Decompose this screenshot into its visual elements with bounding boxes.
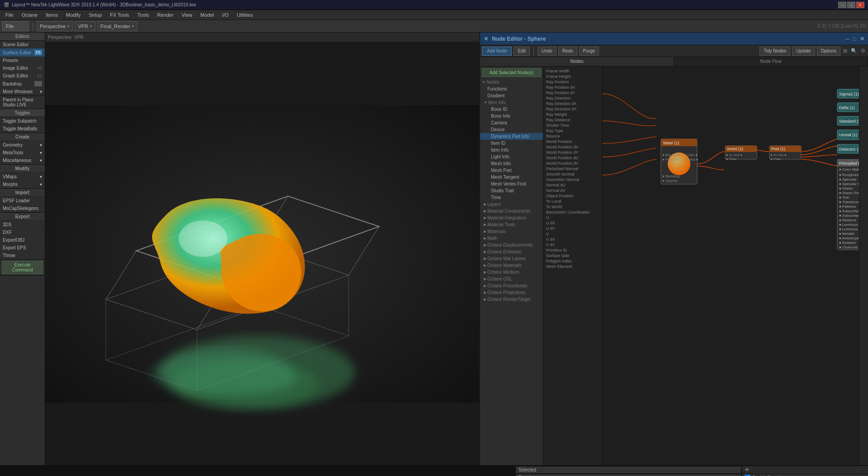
export-eps-item[interactable]: Export EPS — [0, 244, 45, 252]
more-windows-item[interactable]: More Windows▾ — [0, 88, 45, 95]
viewport-canvas[interactable] — [45, 43, 479, 465]
mocap-item[interactable]: MoCapSkelegons — [0, 205, 45, 212]
octane-projections-category[interactable]: Octane Projections — [480, 289, 543, 296]
graph-editor-item[interactable]: Graph EditorF2 — [0, 72, 45, 80]
octane-mat-layers-category[interactable]: Octane Mat Layers — [480, 255, 543, 262]
node-canvas[interactable]: Frame Width Frame Height Ray Position Ra… — [543, 67, 859, 465]
materials-category[interactable]: Materials — [480, 228, 543, 235]
item-info-item[interactable]: Item Info — [480, 147, 543, 153]
menu-utilities[interactable]: Utilities — [233, 11, 256, 19]
menu-view[interactable]: View — [178, 11, 196, 19]
dxf-item[interactable]: DXF — [0, 228, 45, 236]
execute-command-btn[interactable]: Execute Command — [2, 261, 43, 274]
throw-item[interactable]: Throw — [0, 252, 45, 259]
dynamics-part-info-item[interactable]: Dynamics Part Info — [480, 133, 543, 140]
backdrop-item[interactable]: BackdropF3 — [0, 80, 45, 88]
ne-close-btn[interactable]: ✕ — [860, 36, 864, 42]
menu-io[interactable]: I/O — [218, 11, 232, 19]
3ds-item[interactable]: 3DS — [0, 221, 45, 228]
octane-emission-category[interactable]: Octane Emission — [480, 248, 543, 255]
options-btn[interactable]: Options — [817, 47, 840, 56]
ne-icon-2[interactable]: 🔍 — [850, 47, 858, 55]
edit-btn[interactable]: Edit — [514, 47, 529, 56]
menu-file[interactable]: File — [2, 11, 17, 19]
light-info-item[interactable]: Light Info — [480, 153, 543, 160]
octane-osl-category[interactable]: Octane OSL — [480, 276, 543, 282]
menu-octane[interactable]: Octane — [18, 11, 41, 19]
add-node-btn[interactable]: Add Node — [482, 47, 512, 56]
minimize-button[interactable]: ─ — [838, 2, 846, 8]
menu-model[interactable]: Model — [197, 11, 217, 19]
parent-in-place-item[interactable]: Parent in Place Studio LIVE — [0, 96, 45, 109]
material-integrators-category[interactable]: Material Integrators — [480, 214, 543, 221]
menu-modify[interactable]: Modify — [62, 11, 84, 19]
add-selected-node-btn[interactable]: Add Selected Node(s) — [482, 68, 541, 77]
scene-editor-item[interactable]: Scene Editor — [0, 41, 45, 48]
undo-btn[interactable]: Undo — [538, 47, 557, 56]
ne-icon-3[interactable]: ⚙ — [860, 47, 866, 55]
ne-max-btn[interactable]: □ — [853, 36, 856, 42]
camera-item[interactable]: Camera — [480, 119, 543, 126]
menu-setup[interactable]: Setup — [85, 11, 106, 19]
final-render-dropdown[interactable]: Final_Render — [97, 21, 137, 31]
octane-render-target-category[interactable]: Octane RenderTarget — [480, 296, 543, 303]
ne-min-btn[interactable]: ─ — [845, 36, 849, 42]
viewport[interactable]: Perspective VPR — [45, 33, 479, 465]
octane-medium-category[interactable]: Octane Medium — [480, 269, 543, 276]
bottom-viewport[interactable] — [0, 466, 515, 476]
update-btn[interactable]: Update — [792, 47, 815, 56]
mesh-tangent-item[interactable]: Mesh Tangent — [480, 174, 543, 181]
math-category[interactable]: Math — [480, 235, 543, 242]
mesh-info-item[interactable]: Mesh Info — [480, 160, 543, 167]
maximize-button[interactable]: □ — [847, 2, 855, 8]
metatools-item[interactable]: MetaTools▾ — [0, 149, 45, 157]
geometry-item[interactable]: Geometry▾ — [0, 141, 45, 149]
gradient-item[interactable]: Gradient — [480, 92, 543, 99]
tab-node-flow[interactable]: Node Flow — [674, 57, 868, 66]
material-components-category[interactable]: Material Components — [480, 208, 543, 214]
epsf-loader-item[interactable]: EPSF Loader — [0, 197, 45, 205]
svg-text:Dielectric (1): Dielectric (1) — [839, 147, 859, 152]
export-obj-item[interactable]: ExportOBJ — [0, 236, 45, 244]
redo-btn[interactable]: Redo — [558, 47, 577, 56]
save-button[interactable]: File — [2, 21, 29, 31]
close-button[interactable]: ✕ — [856, 2, 864, 8]
toggle-metaballs-item[interactable]: Toggle MetaBalls — [0, 125, 45, 133]
time-item[interactable]: Time — [480, 194, 543, 201]
mesh-vertex-find-item[interactable]: Mesh Vertex Find — [480, 181, 543, 187]
menu-render[interactable]: Render — [154, 11, 177, 19]
ne-icon-1[interactable]: ⊞ — [842, 47, 848, 55]
vmaps-item[interactable]: VMaps▾ — [0, 173, 45, 181]
layers-category[interactable]: Layers — [480, 201, 543, 208]
octane-materials-category[interactable]: Octane Materials — [480, 262, 543, 269]
mesh-part-item[interactable]: Mesh Part — [480, 167, 543, 174]
surface-editor-item[interactable]: Surface EditorF5 — [0, 48, 45, 57]
studio-trait-item[interactable]: Studio Trait — [480, 187, 543, 194]
menu-fxtools[interactable]: FX Tools — [106, 11, 133, 19]
nodes-category[interactable]: Nodes — [480, 79, 543, 86]
morphs-item[interactable]: Morphs▾ — [0, 181, 45, 188]
menu-tools[interactable]: Tools — [134, 11, 153, 19]
presets-item[interactable]: Presets — [0, 57, 45, 64]
purge-btn[interactable]: Purge — [579, 47, 599, 56]
menu-items[interactable]: Items — [42, 11, 61, 19]
octane-displacements-category[interactable]: Octane Displacements — [480, 242, 543, 248]
eye-icon-despike[interactable]: 👁 — [745, 467, 750, 472]
miscellaneous-item[interactable]: Miscellaneous▾ — [0, 157, 45, 164]
image-editor-item[interactable]: Image EditorF6 — [0, 64, 45, 72]
perspective-dropdown[interactable]: Perspective — [37, 21, 73, 31]
tab-nodes[interactable]: Nodes — [480, 57, 674, 66]
bone-id-item[interactable]: Bone ID — [480, 106, 543, 113]
toggle-subpatch-item[interactable]: Toggle Subpatch — [0, 117, 45, 125]
tidy-nodes-btn[interactable]: Tidy Nodes — [760, 47, 790, 56]
device-item[interactable]: Device — [480, 126, 543, 133]
bone-info-item[interactable]: Bone Info — [480, 113, 543, 119]
material-tools-category[interactable]: Material Tools — [480, 221, 543, 228]
item-info-category[interactable]: Item Info — [480, 99, 543, 106]
vpr-dropdown[interactable]: VPR — [75, 21, 95, 31]
item-id-item[interactable]: Item ID — [480, 140, 543, 147]
octane-procedurals-category[interactable]: Octane Procedurals — [480, 282, 543, 289]
svg-text:Color ●: Color ● — [686, 153, 698, 157]
functions-item[interactable]: Functions — [480, 86, 543, 92]
ne-close-icon[interactable]: ✕ — [484, 36, 488, 42]
